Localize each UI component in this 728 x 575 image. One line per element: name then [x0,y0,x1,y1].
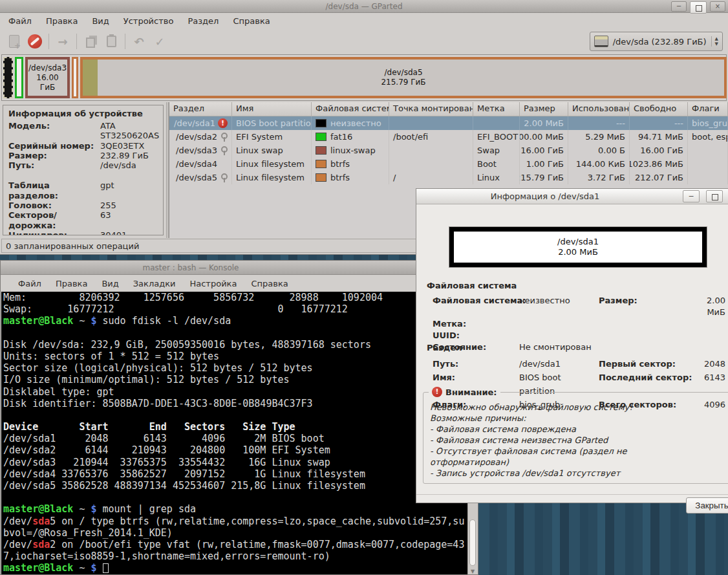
terminal-line: /dev/sda2 on /boot/efi type vfat (rw,rel… [3,539,468,550]
device-selector[interactable]: /dev/sda (232.89 ГиБ) ▲▼ [590,32,723,51]
resize-arrow-icon: → [58,35,67,49]
device-info-title: Информация об устройстве [8,109,158,118]
resize-move-button[interactable]: → [53,33,72,50]
hard-disk-icon [594,36,608,47]
table-row-sda2[interactable]: /dev/sda2 EFI System fat16 /boot/efi EFI… [169,130,728,144]
terminal-line: Disk /dev/sda: 232,9 GiB, 250059350016 b… [3,339,468,351]
fs-color-swatch [316,146,327,155]
toolbar-separator [76,34,77,49]
terminal-prompt-line: master@Black ~ $ sudo fdisk -l /dev/sda [3,315,468,327]
key-lock-icon [220,173,228,182]
terminal-line: Swap: 16777212 0 16777212 [3,303,468,315]
device-selector-value: /dev/sda (232.89 ГиБ) [613,37,707,47]
partition-segment-sda2[interactable] [15,57,23,98]
gparted-menubar: Файл Правка Вид Устройство Раздел Справк… [0,13,728,28]
terminal-prompt-line: master@Black ~ $ [3,562,468,574]
warning-panel: ! Внимание: Невозможно обнаружить файлов… [423,392,728,484]
dialog-titlebar[interactable]: Информация о /dev/sda1 [416,189,728,204]
maximize-icon[interactable] [706,190,723,202]
terminal-line: Units: sectors of 1 * 512 = 512 bytes [3,351,468,362]
menu-edit[interactable]: Правка [39,14,85,28]
copy-button[interactable] [81,33,100,50]
new-partition-button[interactable] [5,33,24,50]
terminal-line: Sector size (logical/physical): 512 byte… [3,362,468,374]
partition-preview: /dev/sda12.00 МиБ [449,226,707,268]
terminal-cursor [103,563,109,573]
filesystem-section-heading: Файловая система [427,281,517,290]
device-info-panel: Информация об устройстве Модель:ATA ST32… [0,102,166,238]
apply-check-icon: ✓ [155,35,164,49]
konsole-menubar: Файл Правка Вид Закладки Настройка Справ… [1,275,478,292]
terminal-output[interactable]: Mem: 8206392 1257656 5856732 28988 10920… [1,292,468,574]
table-row-sda3[interactable]: /dev/sda3 Linux swap linux-swap Swap 16.… [169,144,728,157]
partition-section-heading: Раздел [427,343,462,353]
terminal-prompt-line: master@Black ~ $ mount | grep sda [3,503,468,515]
fs-color-swatch [316,173,327,182]
terminal-line: 7,iocharset=iso8859-1,shortname=mixed,er… [3,550,468,562]
terminal-line: /dev/sda5 35862528 488397134 452534607 2… [3,480,468,492]
segment-label: /dev/sda316.00 ГиБ [28,60,67,96]
segment-label: /dev/sda5215.79 ГиБ [83,60,724,96]
menu-bookmarks[interactable]: Закладки [126,276,183,291]
fs-color-swatch [316,160,327,168]
scroll-down-icon[interactable]: ▼ [468,569,477,574]
warning-icon: ! [432,387,442,397]
paste-icon [107,36,116,47]
undo-button[interactable]: ↶ [129,33,149,50]
konsole-titlebar[interactable]: master : bash — Konsole ─ [1,261,478,275]
menu-file[interactable]: Файл [11,276,48,291]
partition-segment-sda3[interactable]: /dev/sda316.00 ГиБ [25,57,70,98]
menu-help[interactable]: Справка [244,276,295,291]
terminal-line: Disklabel type: gpt [3,386,468,398]
partition-segment-sda4[interactable] [72,57,78,98]
dialog-title: Информация о /dev/sda1 [491,191,665,201]
menu-help[interactable]: Справка [226,14,277,28]
close-icon[interactable]: × [710,1,725,12]
partition-preview-name: /dev/sda1 [557,237,599,247]
filesystem-section: Файловая система:неизвестноРазмер:2.00 М… [433,295,725,353]
fs-color-swatch [316,133,327,141]
undo-icon: ↶ [134,35,144,49]
menu-edit[interactable]: Правка [48,276,94,291]
partition-segment-sda1[interactable] [3,57,13,98]
menu-settings[interactable]: Настройка [182,276,244,291]
warning-title: Внимание: [445,387,497,397]
gparted-toolbar: → ↶ ✓ /dev/sda (232.89 ГиБ) ▲▼ [0,28,728,54]
menu-view[interactable]: Вид [85,14,116,28]
table-row-sda5[interactable]: /dev/sda5 Linux filesystem btrfs / Linux… [169,171,728,184]
minimize-icon[interactable]: ─ [671,1,687,12]
terminal-line: /dev/sda1 2048 6143 4096 2M BIOS boot [3,433,468,444]
toolbar-separator [48,34,49,49]
pending-operations-status: 0 запланированных операций [6,241,139,251]
desktop: /dev/sda — GParted ─ × Файл Правка Вид У… [0,0,728,575]
minimize-icon[interactable]: ─ [683,190,700,202]
close-dialog-button[interactable]: Закрыть [686,497,728,514]
maximize-icon[interactable] [690,1,707,14]
menu-partition[interactable]: Раздел [180,14,226,28]
apply-button[interactable]: ✓ [150,33,169,50]
partition-bar: /dev/sda316.00 ГиБ /dev/sda5215.79 ГиБ [1,54,727,101]
spin-up-icon: ▲ [715,36,718,41]
terminal-line: /dev/sda5 on / type btrfs (rw,relatime,c… [3,515,468,527]
menu-file[interactable]: Файл [1,14,39,28]
menu-device[interactable]: Устройство [116,14,181,28]
table-row-sda4[interactable]: /dev/sda4 Linux filesystem btrfs Boot 1.… [169,157,728,171]
terminal-line: /dev/sda4 33765376 35862527 2097152 1G L… [3,468,468,480]
key-lock-icon [220,132,228,142]
device-selector-spinner[interactable]: ▲▼ [711,36,718,47]
gparted-titlebar[interactable]: /dev/sda — GParted ─ × [0,0,728,13]
scrollbar-thumb[interactable] [469,519,476,566]
partition-segment-sda5[interactable]: /dev/sda5215.79 ГиБ [80,57,727,98]
icon-spacer [220,159,228,169]
terminal-line: /dev/sda2 6144 210943 204800 100M EFI Sy… [3,444,468,456]
delete-partition-button[interactable] [25,33,45,50]
menu-view[interactable]: Вид [94,276,125,291]
warning-text: Невозможно обнаружить файловую систему! … [430,402,663,479]
terminal-line: /dev/sda3 210944 33765375 33554432 16G L… [3,457,468,468]
new-partition-icon [9,35,19,48]
terminal-line: bvol=/@Rosa_Fresh_2014.1_KDE) [3,527,468,539]
paste-button[interactable] [102,33,121,50]
partition-info-dialog: Информация о /dev/sda1 ─ × /dev/sda12.00… [416,188,728,503]
table-row-sda1[interactable]: /dev/sda1! BIOS boot partition неизвестн… [169,116,728,130]
spin-down-icon: ▼ [715,41,718,47]
